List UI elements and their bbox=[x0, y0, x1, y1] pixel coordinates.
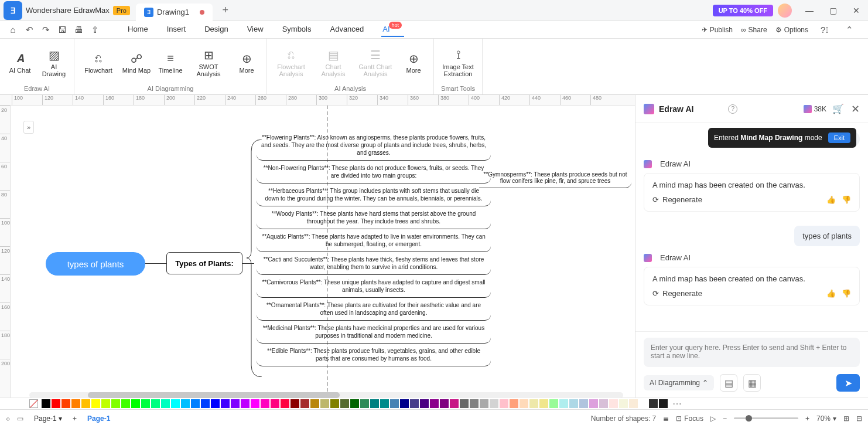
ai-mode-selector[interactable]: AI Diagramming⌃ bbox=[644, 375, 714, 390]
layers-icon[interactable]: ≣ bbox=[663, 414, 669, 423]
template-icon[interactable]: ▤ bbox=[720, 374, 737, 392]
color-swatch[interactable] bbox=[659, 399, 668, 408]
color-swatch[interactable] bbox=[42, 399, 50, 408]
color-swatch[interactable] bbox=[291, 399, 299, 408]
color-swatch[interactable] bbox=[71, 399, 80, 408]
zoom-in-button[interactable]: + bbox=[805, 414, 809, 423]
color-swatch[interactable] bbox=[161, 399, 170, 408]
color-swatch[interactable] bbox=[350, 399, 359, 408]
outline-icon[interactable]: ▭ bbox=[17, 414, 23, 423]
mindmap-branch[interactable]: **Carnivorous Plants**: These unique pla… bbox=[257, 275, 491, 298]
color-swatch[interactable] bbox=[480, 399, 488, 408]
thumbs-down-icon[interactable]: 👎 bbox=[842, 195, 851, 204]
color-swatch[interactable] bbox=[440, 399, 449, 408]
document-tab[interactable]: Ǝ Drawing1 bbox=[136, 4, 213, 21]
color-swatch[interactable] bbox=[559, 399, 568, 408]
zoom-slider[interactable] bbox=[734, 417, 798, 419]
page-tab-active[interactable]: Page-1 bbox=[84, 413, 114, 424]
color-swatch[interactable] bbox=[500, 399, 508, 408]
menu-insert[interactable]: Insert bbox=[166, 22, 187, 37]
color-swatch[interactable] bbox=[281, 399, 289, 408]
more-colors-icon[interactable]: ⋯ bbox=[672, 398, 682, 409]
panel-expand-icon[interactable]: » bbox=[23, 121, 34, 134]
promo-banner[interactable]: UP TO 40% OFF bbox=[713, 5, 773, 16]
color-swatch[interactable] bbox=[639, 399, 648, 408]
mindmap-button[interactable]: ☍Mind Map bbox=[120, 41, 153, 84]
home-icon[interactable]: ⌂ bbox=[5, 22, 21, 38]
menu-advanced[interactable]: Advanced bbox=[329, 22, 365, 37]
color-swatch[interactable] bbox=[52, 399, 60, 408]
eyedropper-icon[interactable]: ⟐ bbox=[6, 414, 10, 423]
page-tab-menu[interactable]: Page-1 ▾ bbox=[30, 413, 66, 424]
color-swatch[interactable] bbox=[569, 399, 578, 408]
attachment-icon[interactable]: ▦ bbox=[743, 374, 761, 392]
save-icon[interactable]: 🖫 bbox=[54, 22, 70, 38]
export-icon[interactable]: ⇪ bbox=[87, 22, 103, 38]
color-swatch[interactable] bbox=[450, 399, 459, 408]
color-swatch[interactable] bbox=[420, 399, 429, 408]
mindmap-branch[interactable]: **Medicinal Plants**: These plants have … bbox=[257, 321, 491, 344]
zoom-level[interactable]: 70% ▾ bbox=[816, 414, 836, 423]
token-count[interactable]: 38K bbox=[804, 105, 826, 113]
color-swatch[interactable] bbox=[360, 399, 369, 408]
color-swatch[interactable] bbox=[400, 399, 409, 408]
color-swatch[interactable] bbox=[380, 399, 389, 408]
redo-icon[interactable]: ↷ bbox=[37, 22, 54, 38]
minimize-button[interactable]: — bbox=[798, 0, 821, 21]
ai-chat-button[interactable]: 𝘼AI Chat bbox=[4, 41, 36, 84]
swot-button[interactable]: ⊞SWOT Analysis bbox=[188, 41, 229, 84]
color-swatch[interactable] bbox=[510, 399, 518, 408]
color-swatch[interactable] bbox=[131, 399, 140, 408]
fit-width-icon[interactable]: ⊟ bbox=[856, 414, 862, 423]
mindmap-branch[interactable]: **Flowering Plants**: Also known as angi… bbox=[257, 130, 491, 161]
thumbs-up-icon[interactable]: 👍 bbox=[826, 195, 836, 204]
color-swatch[interactable] bbox=[410, 399, 419, 408]
ai-query-input[interactable] bbox=[644, 338, 860, 367]
mindmap-branch[interactable]: **Edible Plants**: These plants produce … bbox=[257, 344, 491, 366]
thumbs-up-icon[interactable]: 👍 bbox=[826, 289, 836, 298]
color-swatch[interactable] bbox=[61, 399, 70, 408]
scrollbar-thumb[interactable] bbox=[88, 392, 340, 398]
color-swatch[interactable] bbox=[370, 399, 379, 408]
exit-mode-button[interactable]: Exit bbox=[828, 132, 850, 143]
focus-button[interactable]: ⊡ Focus bbox=[676, 414, 703, 423]
add-page-button[interactable]: + bbox=[73, 414, 77, 423]
zoom-knob[interactable] bbox=[746, 415, 752, 422]
color-swatch[interactable] bbox=[340, 399, 349, 408]
color-swatch[interactable] bbox=[549, 399, 558, 408]
share-button[interactable]: ∞Share bbox=[741, 26, 767, 34]
undo-icon[interactable]: ↶ bbox=[21, 22, 37, 38]
color-swatch[interactable] bbox=[101, 399, 110, 408]
user-avatar[interactable] bbox=[778, 4, 792, 18]
close-panel-icon[interactable]: ✕ bbox=[851, 103, 860, 115]
options-button[interactable]: ⚙Options bbox=[775, 26, 808, 34]
color-swatch[interactable] bbox=[609, 399, 618, 408]
mindmap-root-node[interactable]: types of plants bbox=[46, 252, 145, 276]
mindmap-branch[interactable]: **Cacti and Succulents**: These plants h… bbox=[257, 252, 491, 275]
color-swatch[interactable] bbox=[520, 399, 528, 408]
color-swatch[interactable] bbox=[310, 399, 319, 408]
color-swatch[interactable] bbox=[211, 399, 220, 408]
mindmap-branch[interactable]: **Aquatic Plants**: These plants have ad… bbox=[257, 229, 491, 252]
color-swatch[interactable] bbox=[589, 399, 598, 408]
color-swatch[interactable] bbox=[470, 399, 479, 408]
mindmap-main-node[interactable]: Types of Plants: bbox=[166, 252, 242, 274]
color-swatch[interactable] bbox=[111, 399, 120, 408]
color-swatch[interactable] bbox=[151, 399, 160, 408]
maximize-button[interactable]: ▢ bbox=[821, 0, 845, 21]
color-swatch[interactable] bbox=[629, 399, 638, 408]
color-swatch[interactable] bbox=[320, 399, 329, 408]
color-swatch[interactable] bbox=[529, 399, 538, 408]
color-swatch[interactable] bbox=[460, 399, 469, 408]
color-swatch[interactable] bbox=[191, 399, 200, 408]
help-icon[interactable]: ?⃝ bbox=[816, 22, 833, 38]
menu-view[interactable]: View bbox=[246, 22, 265, 37]
ai-drawing-button[interactable]: ▨AI Drawing bbox=[37, 41, 70, 84]
collapse-ribbon-icon[interactable]: ⌃ bbox=[841, 22, 857, 38]
mindmap-branch[interactable]: **Non-Flowering Plants**: These plants d… bbox=[257, 161, 491, 183]
color-swatch[interactable] bbox=[271, 399, 279, 408]
no-color-swatch[interactable] bbox=[29, 399, 38, 408]
mindmap-branch[interactable]: **Ornamental Plants**: These plants are … bbox=[257, 298, 491, 321]
regenerate-button[interactable]: ⟳Regenerate bbox=[652, 289, 702, 298]
color-swatch[interactable] bbox=[121, 399, 130, 408]
